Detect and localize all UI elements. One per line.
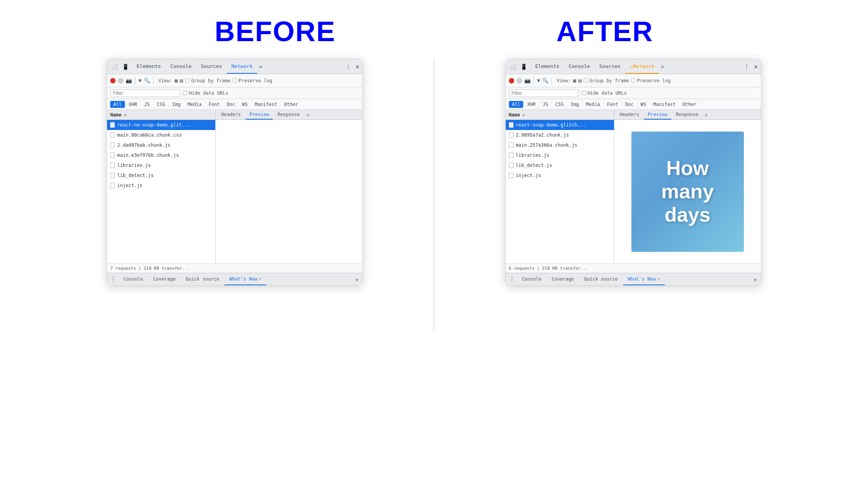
after-type-doc[interactable]: Doc bbox=[622, 101, 637, 108]
after-preview-tab[interactable]: Preview bbox=[644, 110, 671, 120]
after-more-vert-icon[interactable]: ⋮ bbox=[742, 62, 751, 71]
before-camera-icon[interactable]: 📷 bbox=[126, 78, 132, 83]
before-file-3[interactable]: main.e3ef976b.chunk.js bbox=[107, 150, 215, 160]
after-bottom-close-all[interactable]: ✕ bbox=[751, 276, 759, 283]
before-file-6[interactable]: inject.js bbox=[107, 180, 215, 191]
before-tab-console[interactable]: Console bbox=[166, 59, 196, 74]
after-type-all[interactable]: All bbox=[509, 101, 524, 108]
before-type-ws[interactable]: WS bbox=[239, 101, 251, 108]
after-tab-elements[interactable]: Elements bbox=[531, 59, 564, 74]
before-response-tab[interactable]: Response bbox=[273, 110, 304, 120]
after-filter-icon[interactable]: ▼ bbox=[537, 78, 540, 83]
before-hide-data-urls-label[interactable]: Hide data URLs bbox=[183, 90, 228, 96]
before-type-js[interactable]: JS bbox=[141, 101, 153, 108]
before-bottom-menu-icon[interactable]: ⋮ bbox=[109, 276, 118, 283]
after-column-close[interactable]: ✕ bbox=[522, 112, 525, 118]
before-stop-btn[interactable] bbox=[118, 78, 123, 83]
before-file-2[interactable]: 2.dad97bab.chunk.js bbox=[107, 140, 215, 150]
after-close-icon[interactable]: ✕ bbox=[754, 63, 758, 70]
before-file-0[interactable]: react-no-snap-demo.glit... bbox=[107, 120, 215, 130]
before-type-img[interactable]: Img bbox=[169, 101, 184, 108]
after-bottom-tab-console[interactable]: Console bbox=[517, 273, 546, 285]
after-file-3[interactable]: libraries.js bbox=[506, 150, 614, 160]
before-type-font[interactable]: Font bbox=[206, 101, 223, 108]
after-camera-icon[interactable]: 📷 bbox=[524, 78, 531, 83]
before-file-5[interactable]: lib_detect.js bbox=[107, 170, 215, 180]
after-headers-tab[interactable]: Headers bbox=[616, 110, 643, 120]
before-group-by-frame-label[interactable]: Group by frame bbox=[185, 78, 230, 83]
before-type-all[interactable]: All bbox=[110, 101, 125, 108]
after-type-other[interactable]: Other bbox=[680, 101, 700, 108]
before-whatsnew-close[interactable]: ✕ bbox=[259, 276, 262, 281]
after-type-manifest[interactable]: Manifest bbox=[650, 101, 679, 108]
before-tab-more[interactable]: » bbox=[257, 63, 264, 70]
before-inspect-icon[interactable]: ⬜ bbox=[110, 62, 119, 71]
after-type-font[interactable]: Font bbox=[604, 101, 621, 108]
before-bottom-tab-quicksource[interactable]: Quick source bbox=[181, 273, 224, 285]
after-record-btn[interactable] bbox=[509, 78, 514, 83]
before-bottom-close-all[interactable]: ✕ bbox=[353, 276, 361, 283]
before-file-4[interactable]: libraries.js bbox=[107, 160, 215, 170]
before-type-doc[interactable]: Doc bbox=[224, 101, 239, 108]
before-preserve-log-label[interactable]: Preserve log bbox=[233, 78, 272, 83]
before-bottom-tab-whatsnew[interactable]: What's New ✕ bbox=[225, 273, 266, 285]
before-bottom-tab-console[interactable]: Console bbox=[119, 273, 148, 285]
before-close-icon[interactable]: ✕ bbox=[356, 63, 360, 70]
after-preserve-log-label[interactable]: Preserve log bbox=[631, 78, 671, 83]
before-type-manifest[interactable]: Manifest bbox=[252, 101, 280, 108]
before-type-xhr[interactable]: XHR bbox=[126, 101, 140, 108]
before-type-media[interactable]: Media bbox=[185, 101, 205, 108]
before-group-by-frame-checkbox[interactable] bbox=[185, 78, 190, 83]
before-more-vert-icon[interactable]: ⋮ bbox=[344, 62, 353, 71]
after-response-tab[interactable]: Response bbox=[672, 110, 702, 120]
after-file-5[interactable]: inject.js bbox=[506, 170, 614, 180]
before-filter-icon[interactable]: ▼ bbox=[138, 78, 142, 83]
after-type-css[interactable]: CSS bbox=[552, 101, 567, 108]
after-group-by-frame-checkbox[interactable] bbox=[584, 78, 588, 83]
after-hide-data-urls-label[interactable]: Hide data URLs bbox=[582, 90, 627, 96]
after-detail-tab-more[interactable]: » bbox=[703, 112, 709, 118]
after-file-1[interactable]: 2.9895a7a2.chunk.js bbox=[506, 130, 614, 140]
before-preview-tab[interactable]: Preview bbox=[246, 110, 273, 120]
after-filter-input[interactable] bbox=[509, 89, 579, 97]
after-bottom-menu-icon[interactable]: ⋮ bbox=[507, 276, 517, 283]
after-tab-console[interactable]: Console bbox=[564, 59, 595, 74]
after-type-js[interactable]: JS bbox=[539, 101, 551, 108]
after-tab-more[interactable]: » bbox=[659, 63, 666, 70]
before-grid2-icon[interactable]: ▤ bbox=[180, 78, 183, 83]
after-file-0[interactable]: react-snap-demo.glitch... bbox=[506, 120, 614, 130]
after-preserve-log-checkbox[interactable] bbox=[631, 78, 635, 83]
after-stop-btn[interactable] bbox=[517, 78, 522, 83]
before-file-1[interactable]: main.80ca66ca.chunk.css bbox=[107, 130, 215, 140]
after-bottom-tab-quicksource[interactable]: Quick source bbox=[579, 273, 622, 285]
before-filter-input[interactable] bbox=[110, 89, 180, 97]
after-tab-network[interactable]: ⚠ Network bbox=[625, 59, 659, 74]
before-type-other[interactable]: Other bbox=[281, 101, 301, 108]
after-search-icon[interactable]: 🔍 bbox=[542, 78, 548, 83]
after-whatsnew-close[interactable]: ✕ bbox=[657, 276, 660, 281]
before-tab-sources[interactable]: Sources bbox=[196, 59, 227, 74]
after-group-by-frame-label[interactable]: Group by frame bbox=[584, 78, 629, 83]
after-type-xhr[interactable]: XHR bbox=[524, 101, 539, 108]
after-type-ws[interactable]: WS bbox=[638, 101, 649, 108]
after-tab-sources[interactable]: Sources bbox=[595, 59, 625, 74]
after-grid2-icon[interactable]: ▤ bbox=[578, 78, 581, 83]
before-device-icon[interactable]: 📱 bbox=[121, 62, 130, 71]
before-grid-icon[interactable]: ▦ bbox=[175, 78, 178, 83]
before-tab-elements[interactable]: Elements bbox=[132, 59, 166, 74]
after-grid-icon[interactable]: ▦ bbox=[573, 78, 576, 83]
before-column-close[interactable]: ✕ bbox=[124, 112, 126, 118]
before-search-icon[interactable]: 🔍 bbox=[144, 78, 150, 83]
before-detail-tab-more[interactable]: » bbox=[304, 112, 311, 118]
after-inspect-icon[interactable]: ⬜ bbox=[509, 62, 517, 71]
before-record-btn[interactable] bbox=[110, 78, 116, 83]
before-bottom-tab-coverage[interactable]: Coverage bbox=[149, 273, 180, 285]
after-bottom-tab-coverage[interactable]: Coverage bbox=[547, 273, 579, 285]
after-type-img[interactable]: Img bbox=[567, 101, 582, 108]
before-tab-network[interactable]: Network bbox=[227, 59, 258, 74]
after-device-icon[interactable]: 📱 bbox=[520, 62, 528, 71]
before-type-css[interactable]: CSS bbox=[154, 101, 168, 108]
before-preserve-log-checkbox[interactable] bbox=[233, 78, 237, 83]
after-file-2[interactable]: main.257a366a.chunk.js bbox=[506, 140, 614, 150]
after-bottom-tab-whatsnew[interactable]: What's New ✕ bbox=[623, 273, 665, 285]
